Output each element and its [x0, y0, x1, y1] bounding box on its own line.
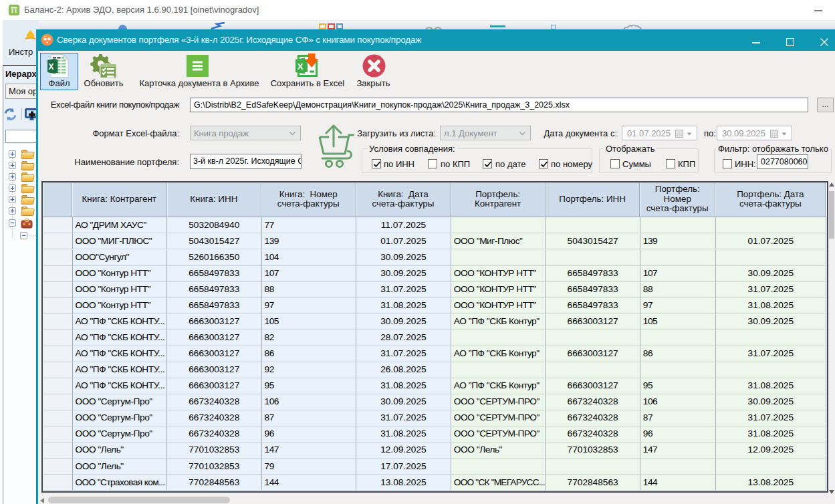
svg-text:X: X — [297, 61, 304, 72]
svg-text:X: X — [49, 62, 54, 72]
